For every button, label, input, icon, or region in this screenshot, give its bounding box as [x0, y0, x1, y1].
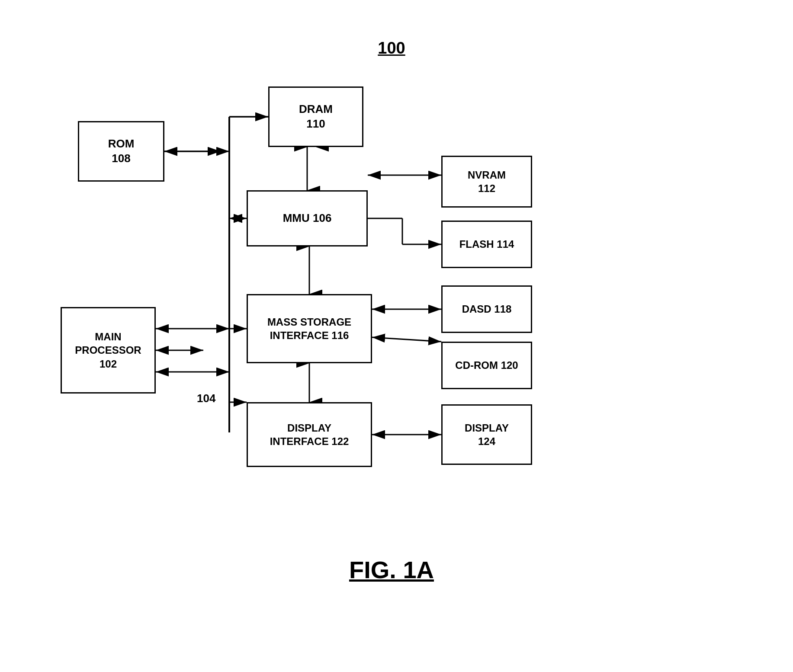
display-interface-box: DISPLAY INTERFACE 122	[247, 402, 372, 467]
main-processor-box: MAIN PROCESSOR 102	[61, 307, 156, 394]
mmu-box: MMU 106	[247, 190, 368, 246]
cdrom-box: CD-ROM 120	[441, 342, 532, 389]
mass-storage-box: MASS STORAGE INTERFACE 116	[247, 294, 372, 363]
dasd-box: DASD 118	[441, 285, 532, 333]
svg-text:104: 104	[197, 392, 216, 405]
fig-label: FIG. 1A	[349, 556, 434, 584]
rom-box: ROM 108	[78, 121, 164, 182]
display-box: DISPLAY 124	[441, 404, 532, 465]
flash-box: FLASH 114	[441, 221, 532, 268]
dram-box: DRAM 110	[268, 86, 363, 147]
nvram-box: NVRAM 112	[441, 156, 532, 208]
diagram-container: 100 DRAM (horizontal double arrow) -->	[35, 26, 748, 610]
svg-line-15	[372, 337, 441, 342]
diagram-title: 100	[378, 39, 405, 58]
